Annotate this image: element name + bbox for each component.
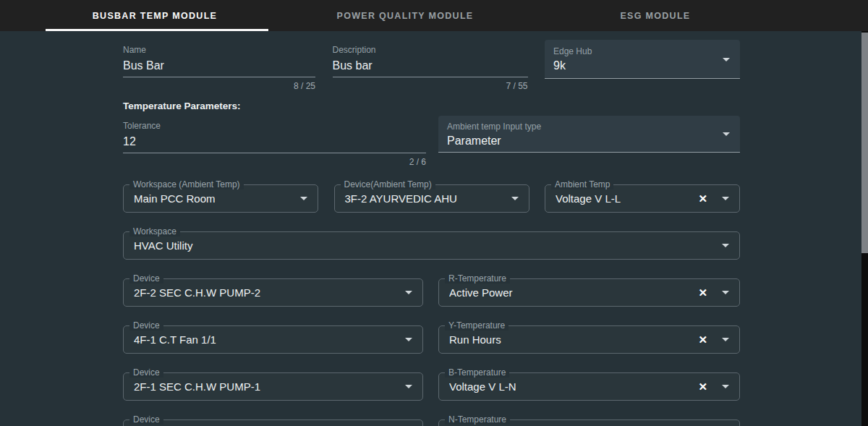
device-ambient-temp-label: Device(Ambient Temp) xyxy=(341,180,435,189)
phase-row-n: Device N-Temperature xyxy=(123,419,740,426)
ambient-temp-input-type-value: Parameter xyxy=(447,134,731,148)
workspace-ambient-temp-label: Workspace (Ambient Temp) xyxy=(129,180,244,189)
phase-row-r: Device 2F-2 SEC C.H.W PUMP-2 R-Temperatu… xyxy=(123,278,740,307)
r-temperature-label: R-Temperature xyxy=(445,274,510,284)
identity-row: Name Bus Bar 8 / 25 Description Bus bar … xyxy=(123,40,740,91)
tab-label: ESG MODULE xyxy=(620,11,690,21)
workspace-select[interactable]: Workspace HVAC Utility xyxy=(123,231,740,260)
device-r-select[interactable]: Device 2F-2 SEC C.H.W PUMP-2 xyxy=(123,278,423,307)
description-label: Description xyxy=(333,45,528,55)
b-temperature-value: Voltage V L-N xyxy=(449,380,698,393)
workspace-ambient-temp-select[interactable]: Workspace (Ambient Temp) Main PCC Room xyxy=(123,184,318,213)
dropdown-arrow-icon xyxy=(722,385,729,388)
dropdown-arrow-icon xyxy=(300,197,307,200)
edge-hub-value: 9k xyxy=(553,59,731,73)
device-y-select[interactable]: Device 4F-1 C.T Fan 1/1 xyxy=(123,325,423,354)
y-temperature-select[interactable]: Y-Temperature Run Hours ✕ xyxy=(438,325,740,354)
name-input[interactable]: Bus Bar xyxy=(123,59,315,77)
workspace-label: Workspace xyxy=(129,227,180,237)
tolerance-row: Tolerance 12 2 / 6 Ambient temp Input ty… xyxy=(123,116,740,167)
device-n-label: Device xyxy=(129,415,163,425)
tab-label: BUSBAR TEMP MODULE xyxy=(93,11,217,21)
busbar-temp-form: Name Bus Bar 8 / 25 Description Bus bar … xyxy=(123,40,740,426)
b-temperature-select[interactable]: B-Temperature Voltage V L-N ✕ xyxy=(438,372,740,401)
ambient-temp-label: Ambient Temp xyxy=(551,180,613,189)
ambient-selects-row: Workspace (Ambient Temp) Main PCC Room D… xyxy=(123,184,740,213)
device-ambient-temp-select[interactable]: Device(Ambient Temp) 3F-2 AYURVEDIC AHU xyxy=(334,184,529,213)
dropdown-arrow-icon xyxy=(722,291,729,294)
tolerance-field: Tolerance 12 2 / 6 xyxy=(123,116,426,167)
name-label: Name xyxy=(123,45,315,55)
device-r-label: Device xyxy=(129,274,163,284)
description-input[interactable]: Bus bar xyxy=(333,59,528,77)
section-title-temperature-parameters: Temperature Parameters: xyxy=(123,101,740,112)
active-tab-indicator xyxy=(46,29,268,31)
description-char-counter: 7 / 55 xyxy=(333,81,528,91)
edge-hub-label: Edge Hub xyxy=(553,46,731,56)
device-y-label: Device xyxy=(129,321,163,331)
dropdown-arrow-icon xyxy=(511,197,519,200)
vertical-scrollbar[interactable] xyxy=(861,31,868,426)
device-ambient-temp-value: 3F-2 AYURVEDIC AHU xyxy=(345,192,511,205)
tolerance-label: Tolerance xyxy=(123,121,426,131)
name-field: Name Bus Bar 8 / 25 xyxy=(123,40,315,91)
dropdown-arrow-icon xyxy=(722,338,729,341)
r-temperature-select[interactable]: R-Temperature Active Power ✕ xyxy=(438,278,740,307)
r-temperature-value: Active Power xyxy=(449,286,698,299)
dropdown-arrow-icon xyxy=(405,385,412,388)
device-b-value: 2F-1 SEC C.H.W PUMP-1 xyxy=(134,380,405,393)
dropdown-arrow-icon xyxy=(723,132,730,136)
dropdown-arrow-icon xyxy=(722,197,729,200)
ambient-temp-select[interactable]: Ambient Temp Voltage V L-L ✕ xyxy=(545,184,740,213)
device-y-value: 4F-1 C.T Fan 1/1 xyxy=(134,333,405,346)
clear-icon[interactable]: ✕ xyxy=(698,381,707,392)
y-temperature-label: Y-Temperature xyxy=(445,321,509,331)
n-temperature-label: N-Temperature xyxy=(445,415,510,425)
dropdown-arrow-icon xyxy=(405,291,412,294)
tab-bar: BUSBAR TEMP MODULE POWER QUALITY MODULE … xyxy=(0,0,868,31)
edge-hub-select[interactable]: Edge Hub 9k xyxy=(545,40,740,79)
tab-busbar-temp-module[interactable]: BUSBAR TEMP MODULE xyxy=(30,0,280,31)
y-temperature-value: Run Hours xyxy=(449,333,698,346)
scrollbar-thumb[interactable] xyxy=(861,33,868,253)
workspace-value: HVAC Utility xyxy=(134,239,722,252)
description-field: Description Bus bar 7 / 55 xyxy=(333,40,528,91)
workspace-ambient-temp-value: Main PCC Room xyxy=(134,192,300,205)
tab-label: POWER QUALITY MODULE xyxy=(337,11,474,21)
name-char-counter: 8 / 25 xyxy=(123,81,315,91)
tab-power-quality-module[interactable]: POWER QUALITY MODULE xyxy=(280,0,530,31)
dropdown-arrow-icon xyxy=(723,58,730,61)
tolerance-input[interactable]: 12 xyxy=(123,135,426,153)
clear-icon[interactable]: ✕ xyxy=(698,287,707,298)
n-temperature-select[interactable]: N-Temperature xyxy=(438,419,740,426)
ambient-temp-input-type-select[interactable]: Ambient temp Input type Parameter xyxy=(438,116,740,153)
ambient-temp-value: Voltage V L-L xyxy=(556,192,698,205)
ambient-temp-input-type-label: Ambient temp Input type xyxy=(447,122,731,132)
phase-row-b: Device 2F-1 SEC C.H.W PUMP-1 B-Temperatu… xyxy=(123,372,740,401)
device-b-select[interactable]: Device 2F-1 SEC C.H.W PUMP-1 xyxy=(123,372,423,401)
b-temperature-label: B-Temperature xyxy=(445,368,509,378)
device-b-label: Device xyxy=(129,368,163,378)
dropdown-arrow-icon xyxy=(405,338,412,341)
dropdown-arrow-icon xyxy=(722,244,729,247)
tolerance-char-counter: 2 / 6 xyxy=(123,157,426,167)
tab-esg-module[interactable]: ESG MODULE xyxy=(530,0,780,31)
clear-icon[interactable]: ✕ xyxy=(698,193,707,204)
phase-row-y: Device 4F-1 C.T Fan 1/1 Y-Temperature Ru… xyxy=(123,325,740,354)
workspace-row: Workspace HVAC Utility xyxy=(123,231,740,260)
device-n-select[interactable]: Device xyxy=(123,419,423,426)
clear-icon[interactable]: ✕ xyxy=(698,334,707,345)
device-r-value: 2F-2 SEC C.H.W PUMP-2 xyxy=(134,286,405,299)
